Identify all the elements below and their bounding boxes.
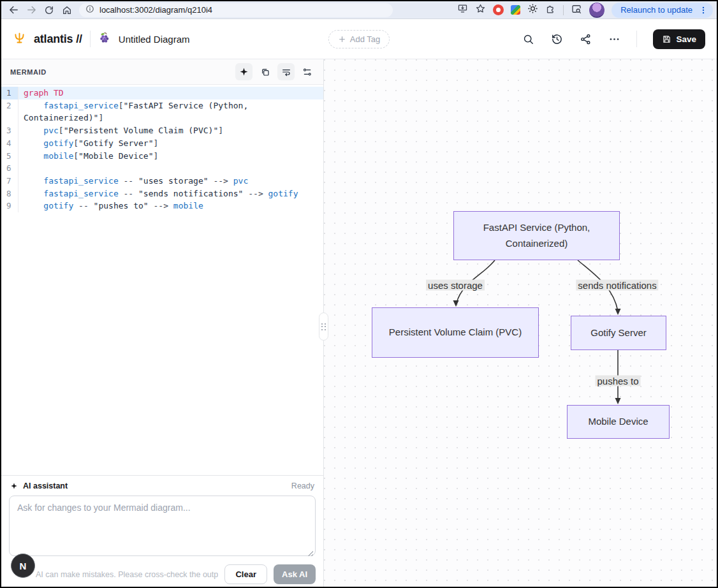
back-icon[interactable] <box>5 3 22 18</box>
atlantis-logo-icon <box>13 31 26 47</box>
line-number: 8 <box>1 187 18 200</box>
code-row[interactable]: 2 fastapi_service["FastAPI Service (Pyth… <box>1 99 323 112</box>
adblock-extension-icon[interactable] <box>493 4 504 15</box>
code-text: fastapi_service["FastAPI Service (Python… <box>18 99 323 112</box>
bookmark-star-icon[interactable] <box>475 3 486 17</box>
drag-dots-icon <box>321 323 326 330</box>
diagram-node-mobile: Mobile Device <box>567 405 670 439</box>
copy-icon[interactable] <box>256 63 274 80</box>
header-divider <box>90 31 91 47</box>
assistant-sparkle-icon <box>10 482 18 490</box>
code-row[interactable]: 9 gotify -- "pushes to" --> mobile <box>1 200 323 212</box>
toolbar-divider <box>563 5 564 15</box>
assistant-title: AI assistant <box>23 481 68 490</box>
install-icon[interactable] <box>457 3 468 17</box>
code-lines: 1graph TD2 fastapi_service["FastAPI Serv… <box>1 87 323 212</box>
search-icon[interactable] <box>522 33 534 45</box>
code-text <box>18 162 323 175</box>
edge-label: sends notifications <box>576 280 658 291</box>
add-tag-button[interactable]: Add Tag <box>328 30 390 48</box>
edge-label: pushes to <box>595 376 640 386</box>
app-window: localhost:3002/diagram/q210i4 Re <box>0 0 718 588</box>
relaunch-label: Relaunch to update <box>620 5 692 15</box>
code-row[interactable]: 1graph TD <box>1 87 323 99</box>
add-tag-label: Add Tag <box>350 34 380 44</box>
diagram-node-pvc: Persistent Volume Claim (PVC) <box>372 307 539 358</box>
reload-icon[interactable] <box>41 3 57 18</box>
code-text: graph TD <box>18 87 323 99</box>
code-row[interactable]: Containerized)"] <box>1 112 323 124</box>
word-wrap-icon[interactable] <box>277 63 295 80</box>
address-bar[interactable]: localhost:3002/diagram/q210i4 <box>79 3 393 17</box>
share-icon[interactable] <box>579 33 592 45</box>
relaunch-to-update-button[interactable]: Relaunch to update <box>612 3 713 18</box>
line-number <box>1 112 18 124</box>
ai-sparkle-icon[interactable] <box>235 63 253 80</box>
line-number: 9 <box>1 200 18 212</box>
line-number: 3 <box>1 124 18 137</box>
code-text: mobile["Mobile Device"] <box>18 150 323 163</box>
url-text[interactable]: localhost:3002/diagram/q210i4 <box>99 5 212 15</box>
panel-resize-handle[interactable] <box>319 312 328 341</box>
browser-menu-icon <box>699 6 708 15</box>
code-row[interactable]: 6 <box>1 162 323 175</box>
ai-assistant-panel: AI assistant Ready AI can make mistakes.… <box>1 475 323 587</box>
ask-ai-button[interactable]: Ask AI <box>274 564 316 584</box>
tab-search-icon[interactable] <box>571 3 582 17</box>
plus-icon <box>338 35 346 43</box>
line-number: 2 <box>1 99 18 112</box>
code-editor[interactable]: 1graph TD2 fastapi_service["FastAPI Serv… <box>1 85 323 475</box>
assistant-status: Ready <box>291 481 314 490</box>
app-header: atlantis // Untitled Diagram Add Tag <box>1 19 717 59</box>
profile-avatar[interactable] <box>589 3 604 18</box>
clear-button[interactable]: Clear <box>224 564 267 584</box>
diagram-canvas[interactable]: uses storagesends notificationspushes to… <box>324 59 717 587</box>
code-row[interactable]: 5 mobile["Mobile Device"] <box>1 150 323 163</box>
main-area: MERMAID 1graph TD2 <box>1 59 717 587</box>
line-number: 4 <box>1 137 18 150</box>
home-icon[interactable] <box>59 3 75 18</box>
extensions-puzzle-icon[interactable] <box>545 3 556 17</box>
code-row[interactable]: 3 pvc["Persistent Volume Claim (PVC)"] <box>1 124 323 137</box>
save-label: Save <box>676 34 696 44</box>
diagram-node-fastapi_service: FastAPI Service (Python, Containerized) <box>453 211 620 260</box>
forward-icon[interactable] <box>23 3 40 18</box>
header-divider-right <box>636 31 637 47</box>
image-extension-icon[interactable] <box>511 5 520 15</box>
diagram-node-gotify: Gotify Server <box>571 316 666 350</box>
grape-icon <box>98 31 111 47</box>
more-options-icon[interactable] <box>608 33 620 45</box>
panel-title: MERMAID <box>10 68 47 76</box>
editor-header: MERMAID <box>1 59 323 85</box>
browser-toolbar: localhost:3002/diagram/q210i4 Re <box>1 1 717 19</box>
settings-sliders-icon[interactable] <box>298 63 316 80</box>
assistant-prompt-input[interactable] <box>9 496 316 556</box>
mermaid-editor-panel: MERMAID 1graph TD2 <box>1 59 324 587</box>
site-info-icon[interactable] <box>85 4 94 16</box>
code-text: Containerized)"] <box>18 112 323 124</box>
save-button[interactable]: Save <box>653 29 705 49</box>
brand-name[interactable]: atlantis // <box>34 33 82 46</box>
document-title[interactable]: Untitled Diagram <box>119 34 190 45</box>
line-number: 5 <box>1 150 18 163</box>
floppy-icon <box>662 34 671 44</box>
line-number: 1 <box>1 87 18 99</box>
code-row[interactable]: 8 fastapi_service -- "sends notification… <box>1 187 323 200</box>
code-row[interactable]: 4 gotify["Gotify Server"] <box>1 137 323 150</box>
code-row[interactable]: 7 fastapi_service -- "uses storage" --> … <box>1 175 323 187</box>
history-icon[interactable] <box>550 33 563 45</box>
code-text: pvc["Persistent Volume Claim (PVC)"] <box>18 124 323 137</box>
gear-extension-icon[interactable] <box>527 3 538 17</box>
assistant-disclaimer: AI can make mistakes. Please cross-check… <box>9 570 218 579</box>
line-number: 7 <box>1 175 18 187</box>
code-text: fastapi_service -- "sends notifications"… <box>18 187 323 200</box>
line-number: 6 <box>1 162 18 175</box>
code-text: gotify["Gotify Server"] <box>18 137 323 150</box>
edge-label: uses storage <box>426 280 485 291</box>
code-text: gotify -- "pushes to" --> mobile <box>18 200 323 212</box>
code-text: fastapi_service -- "uses storage" --> pv… <box>18 175 323 187</box>
notification-badge[interactable]: N <box>11 554 35 578</box>
